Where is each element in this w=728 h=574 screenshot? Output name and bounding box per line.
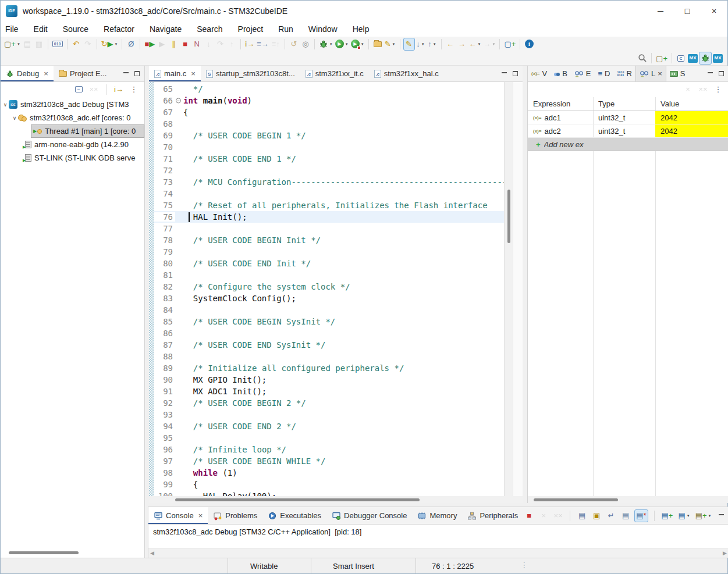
code-line[interactable]: 76 HAL_Init(); — [154, 211, 504, 223]
code-line[interactable]: 92 /* USER CODE BEGIN 2 */ — [154, 397, 504, 409]
open-folder-button[interactable] — [372, 38, 383, 51]
step-filters-button[interactable]: ≡→ — [255, 38, 270, 51]
close-button[interactable]: × — [701, 1, 727, 21]
minimize-button[interactable]: ─ — [647, 1, 674, 21]
tab-problems[interactable]: Problems — [208, 507, 262, 524]
column-header-value[interactable]: Value — [655, 97, 728, 110]
show-active-debug-context-button[interactable]: i→ — [113, 83, 125, 96]
code-line[interactable]: 87 /* USER CODE END SysInit */ — [154, 339, 504, 351]
pencil-button[interactable]: ✎▼ — [383, 38, 397, 51]
suspend-button[interactable]: ∥ — [168, 38, 179, 51]
toggle-mark-occurrences-button[interactable]: ✎ — [403, 38, 415, 51]
power-button[interactable]: ◎ — [300, 38, 311, 51]
cpp-perspective-button[interactable]: C — [675, 52, 687, 65]
view-menu-button[interactable]: ⋮ — [128, 83, 140, 96]
tab-startup[interactable]: Sstartup_stm32f103c8t... — [201, 66, 300, 81]
step-into-button[interactable]: ↓ — [203, 38, 214, 51]
code-line[interactable]: 78 /* USER CODE BEGIN Init */ — [154, 234, 504, 246]
open-perspective-button[interactable]: ▢+ — [655, 52, 669, 65]
statusbar-grip[interactable]: ⋮ — [520, 560, 528, 569]
code-line[interactable]: 75 /* Reset of all peripherals, Initiali… — [154, 199, 504, 211]
editor-vertical-scrollbar[interactable] — [504, 82, 513, 496]
step-over-button[interactable]: ↷ — [214, 38, 226, 51]
save-all-button[interactable]: ▥ — [33, 38, 45, 51]
menu-project[interactable]: Project — [235, 23, 271, 35]
build-button[interactable]: 010 — [51, 38, 64, 51]
terminate-and-relaunch-button[interactable]: ■▶ — [143, 38, 156, 51]
minimize-button[interactable] — [502, 72, 507, 73]
dropdown-arrow-icon[interactable]: ▼ — [433, 42, 436, 46]
resume-button[interactable]: ▶ — [156, 38, 168, 51]
forward-button[interactable]: →▼ — [482, 38, 497, 51]
relaunch-button[interactable]: ↻▶▼ — [100, 38, 119, 51]
close-icon[interactable]: × — [658, 69, 662, 78]
menu-help[interactable]: Help — [349, 23, 377, 35]
menu-file[interactable]: File — [2, 23, 26, 35]
minimize-button[interactable] — [123, 72, 129, 73]
expressions-horizontal-scrollbar[interactable] — [528, 496, 728, 503]
run-button[interactable]: ▶▼ — [334, 38, 350, 51]
tree-item-thread[interactable]: ▶Thread #1 [main] 1 [core: 0 — [1, 124, 144, 138]
collapse-all-button[interactable]: − — [73, 83, 84, 96]
remove-all-launches-button[interactable]: ×× — [552, 509, 564, 522]
tab-debugger-console[interactable]: Debugger Console — [326, 507, 412, 524]
add-expression-row[interactable]: +Add new ex — [528, 138, 728, 151]
scrollbar-thumb[interactable] — [534, 498, 618, 501]
external-tools-button[interactable]: ▶▼ — [350, 38, 365, 51]
editor-horizontal-scrollbar[interactable] — [149, 496, 523, 503]
word-wrap-button[interactable]: ↵ — [605, 509, 617, 522]
code-line[interactable]: 98 while (1) — [154, 467, 504, 479]
tab-main-c[interactable]: .cmain.c× — [149, 66, 201, 81]
clear-console-button[interactable]: ▤ — [576, 509, 588, 522]
show-console-stderr-button[interactable]: ▤* — [634, 509, 648, 522]
code-line[interactable]: 90 MX_GPIO_Init(); — [154, 374, 504, 386]
dropdown-arrow-icon[interactable]: ▼ — [392, 42, 396, 46]
code-line[interactable]: 85 /* USER CODE BEGIN SysInit */ — [154, 316, 504, 327]
tree-item-stlink[interactable]: ST-LINK (ST-LINK GDB serve — [1, 151, 144, 165]
code-line[interactable]: 65 */ — [154, 83, 504, 95]
column-divider[interactable] — [593, 97, 594, 496]
column-divider[interactable] — [655, 97, 656, 496]
code-line[interactable]: 77 — [154, 223, 504, 234]
scrollbar-thumb[interactable] — [507, 190, 510, 243]
tab-peripherals[interactable]: Peripherals — [462, 507, 523, 524]
code-line[interactable]: 66−int main(void) — [154, 95, 504, 106]
code-line[interactable]: 67{ — [154, 106, 504, 118]
tab-breakpoints[interactable]: B — [551, 66, 571, 81]
code-line[interactable]: 93 — [154, 409, 504, 420]
code-line[interactable]: 68 — [154, 118, 504, 130]
maximize-button[interactable] — [719, 71, 724, 76]
undo-button[interactable]: ↶ — [70, 38, 82, 51]
redo-button[interactable]: ↷ — [82, 38, 94, 51]
code-line[interactable]: 89 /* Initialize all configured peripher… — [154, 362, 504, 374]
console-horizontal-scrollbar[interactable]: ◀ ▶ — [148, 548, 728, 558]
menu-refactor[interactable]: Refactor — [100, 23, 141, 35]
menu-search[interactable]: Search — [193, 23, 229, 35]
code-line[interactable]: 80 /* USER CODE END Init */ — [154, 258, 504, 269]
tree-item-launch[interactable]: ∨IDEstm32f103c8_adc Debug [STM3 — [1, 98, 144, 111]
info-button[interactable]: i — [523, 38, 535, 51]
mx-perspective-2-button[interactable]: MX — [712, 52, 724, 65]
tab-registers[interactable]: 10100101R — [613, 66, 635, 81]
new-wizard-button[interactable]: ▢+▼ — [3, 38, 22, 51]
view-menu-button[interactable]: ⋮ — [712, 83, 724, 96]
refresh-button[interactable]: ↺ — [288, 38, 300, 51]
dropdown-arrow-icon[interactable]: ▼ — [17, 42, 20, 46]
scroll-left-arrow[interactable]: ◀ — [150, 550, 154, 556]
close-icon[interactable]: × — [198, 511, 203, 520]
close-icon[interactable]: × — [191, 69, 196, 78]
close-icon[interactable]: × — [44, 69, 48, 78]
minimize-button[interactable] — [708, 72, 713, 73]
skip-all-breakpoints-button[interactable]: Ø — [125, 38, 137, 51]
code-line[interactable]: 96 /* Infinite loop */ — [154, 444, 504, 455]
dropdown-arrow-icon[interactable]: ▼ — [492, 42, 496, 46]
dropdown-arrow-icon[interactable]: ▼ — [421, 42, 425, 46]
maximize-button[interactable] — [513, 71, 518, 76]
tab-live-expressions[interactable]: L× — [635, 66, 666, 81]
code-line[interactable]: 91 MX_ADC1_Init(); — [154, 386, 504, 397]
tab-memory[interactable]: Memory — [412, 507, 462, 524]
code-line[interactable]: 81 — [154, 269, 504, 281]
expression-row[interactable]: (x)=adc1uint32_t2042 — [528, 111, 728, 124]
minimize-button[interactable] — [716, 509, 727, 522]
expression-row[interactable]: (x)=adc2uint32_t2042 — [528, 124, 728, 138]
